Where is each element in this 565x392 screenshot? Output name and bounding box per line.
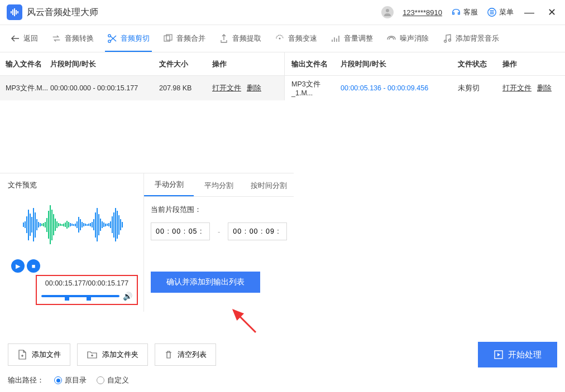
split-tabs: 手动分割 平均分割 按时间分割 xyxy=(144,173,294,197)
tab-noise[interactable]: 噪声消除 xyxy=(380,25,435,52)
app-logo xyxy=(7,4,22,20)
col-output-op: 操作 xyxy=(502,59,565,69)
bottom-bar: 添加文件 添加文件夹 清空列表 开始处理 输出路径： 原目录 自定义 xyxy=(0,334,565,392)
tab-label: 添加背景音乐 xyxy=(456,33,499,43)
add-file-button[interactable]: 添加文件 xyxy=(8,343,70,366)
open-file-link[interactable]: 打开文件 xyxy=(502,84,532,93)
svg-point-11 xyxy=(108,40,111,42)
preview-pane: 文件预览 ▶ ■ 00:00:15.177/00:00:15.177 🔊 xyxy=(0,173,144,312)
cell-time: 00:00:05.136 - 00:00:09.456 xyxy=(341,84,458,92)
tab-audio-cut[interactable]: 音频剪切 xyxy=(100,25,156,52)
tab-label: 音频剪切 xyxy=(121,33,150,43)
radio-label: 原目录 xyxy=(65,375,87,385)
clear-list-button[interactable]: 清空列表 xyxy=(155,343,216,366)
range-start-input[interactable] xyxy=(151,222,210,240)
preview-title: 文件预览 xyxy=(6,180,140,190)
add-file-label: 添加文件 xyxy=(32,350,61,360)
play-button[interactable]: ▶ xyxy=(11,259,25,273)
cell-size: 207.98 KB xyxy=(159,84,212,92)
help-label: 客服 xyxy=(463,7,478,17)
folder-plus-icon xyxy=(87,350,98,360)
range-dash: - xyxy=(218,228,220,236)
menu-button[interactable]: 菜单 xyxy=(487,7,514,17)
tab-bgm[interactable]: 添加背景音乐 xyxy=(435,25,506,52)
back-label: 返回 xyxy=(23,33,38,43)
output-table: 输出文件名 片段时间/时长 文件状态 操作 MP3文件_1.M... 00:00… xyxy=(285,52,565,100)
svg-line-24 xyxy=(233,310,256,332)
headset-icon xyxy=(451,7,461,17)
merge-icon xyxy=(163,33,173,43)
back-button[interactable]: 返回 xyxy=(3,25,45,52)
arrow-left-icon xyxy=(10,33,20,43)
tab-label: 噪声消除 xyxy=(400,33,429,43)
range-label: 当前片段范围： xyxy=(151,205,287,215)
cell-time: 00:00:00.000 - 00:00:15.177 xyxy=(50,84,159,92)
tab-average-split[interactable]: 平均分割 xyxy=(194,181,243,196)
titlebar: 风云音频处理大师 123****8910 客服 菜单 — ✕ xyxy=(0,0,565,25)
delete-link[interactable]: 删除 xyxy=(247,84,261,93)
svg-rect-3 xyxy=(16,10,17,14)
radio-label: 自定义 xyxy=(107,375,129,385)
trash-icon xyxy=(164,350,173,360)
file-plus-icon xyxy=(17,349,27,360)
convert-icon xyxy=(51,33,61,43)
open-file-link[interactable]: 打开文件 xyxy=(212,84,241,93)
help-button[interactable]: 客服 xyxy=(451,7,478,17)
tab-time-split[interactable]: 按时间分割 xyxy=(244,181,294,196)
progress-slider[interactable] xyxy=(41,295,119,297)
avatar-icon[interactable] xyxy=(381,6,394,18)
svg-point-5 xyxy=(386,9,389,12)
col-input-name: 输入文件名 xyxy=(0,59,50,69)
noise-icon xyxy=(386,33,396,43)
start-label: 开始处理 xyxy=(508,350,542,360)
add-folder-label: 添加文件夹 xyxy=(102,350,138,360)
svg-rect-0 xyxy=(11,11,12,13)
cell-name: MP3文件.M... xyxy=(0,84,50,93)
menu-label: 菜单 xyxy=(499,7,514,17)
tab-volume[interactable]: 音量调整 xyxy=(324,25,380,52)
output-row[interactable]: MP3文件_1.M... 00:00:05.136 - 00:00:09.456… xyxy=(285,76,565,100)
scissors-icon xyxy=(107,33,117,43)
col-output-name: 输出文件名 xyxy=(285,59,341,69)
waveform[interactable] xyxy=(6,197,140,253)
range-end-input[interactable] xyxy=(228,222,287,240)
speed-icon xyxy=(275,33,285,43)
tab-audio-convert[interactable]: 音频转换 xyxy=(45,25,100,52)
radio-custom-dir[interactable]: 自定义 xyxy=(97,375,129,385)
stop-button[interactable]: ■ xyxy=(27,259,40,273)
svg-point-16 xyxy=(279,38,281,40)
tab-label: 音频合并 xyxy=(176,33,205,43)
svg-point-10 xyxy=(108,35,111,37)
add-folder-button[interactable]: 添加文件夹 xyxy=(77,343,148,366)
volume-icon[interactable]: 🔊 xyxy=(123,292,132,301)
tables: 输入文件名 片段时间/时长 文件大小 操作 MP3文件.M... 00:00:0… xyxy=(0,52,565,100)
cell-name: MP3文件_1.M... xyxy=(285,80,341,97)
tab-audio-speed[interactable]: 音频变速 xyxy=(268,25,324,52)
cell-status: 未剪切 xyxy=(458,84,502,93)
tab-label: 音频提取 xyxy=(232,33,261,43)
tab-audio-extract[interactable]: 音频提取 xyxy=(212,25,268,52)
account-number[interactable]: 123****8910 xyxy=(403,8,442,17)
minimize-button[interactable]: — xyxy=(523,7,536,18)
svg-point-21 xyxy=(444,40,447,42)
player-box: 00:00:15.177/00:00:15.177 🔊 xyxy=(36,275,138,305)
music-icon xyxy=(442,33,452,43)
tab-audio-merge[interactable]: 音频合并 xyxy=(156,25,212,52)
confirm-add-button[interactable]: 确认并添加到输出列表 xyxy=(151,272,260,293)
toolbar: 返回 音频转换 音频剪切 音频合并 音频提取 音频变速 音量调整 噪声消除 添加… xyxy=(0,25,565,52)
menu-icon xyxy=(487,7,497,17)
split-pane: 手动分割 平均分割 按时间分割 当前片段范围： - 确认并添加到输出列表 xyxy=(144,173,294,312)
col-input-op: 操作 xyxy=(212,59,284,69)
input-table: 输入文件名 片段时间/时长 文件大小 操作 MP3文件.M... 00:00:0… xyxy=(0,52,285,100)
svg-rect-1 xyxy=(12,9,13,15)
lower-panel: 文件预览 ▶ ■ 00:00:15.177/00:00:15.177 🔊 手 xyxy=(0,173,565,312)
start-process-button[interactable]: 开始处理 xyxy=(478,342,557,367)
svg-line-13 xyxy=(111,36,116,41)
input-row[interactable]: MP3文件.M... 00:00:00.000 - 00:00:15.177 2… xyxy=(0,76,284,100)
clear-label: 清空列表 xyxy=(178,350,207,360)
tab-manual-split[interactable]: 手动分割 xyxy=(144,180,194,196)
svg-line-12 xyxy=(111,36,116,41)
close-button[interactable]: ✕ xyxy=(545,6,558,18)
delete-link[interactable]: 删除 xyxy=(537,84,552,93)
radio-original-dir[interactable]: 原目录 xyxy=(54,375,87,385)
